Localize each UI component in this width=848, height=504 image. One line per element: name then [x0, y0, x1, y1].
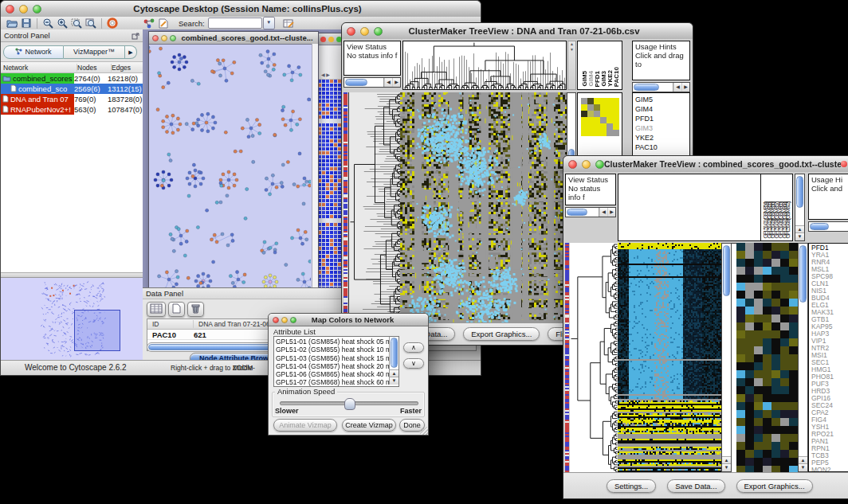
tv1-heatmap-canvas[interactable] — [400, 92, 567, 322]
tv2-heatmap-canvas[interactable] — [618, 243, 721, 472]
scroll-right-icon[interactable]: ▶ — [681, 83, 689, 92]
scroll-right-icon[interactable]: ▶ — [607, 208, 615, 217]
zoom-out-icon[interactable] — [41, 18, 55, 29]
scroll-thumb[interactable] — [723, 245, 730, 296]
zoom-window-icon[interactable] — [595, 160, 604, 169]
create-vizmap-button[interactable]: Create Vizmap — [342, 419, 396, 432]
tv1-correlation-matrix[interactable] — [581, 98, 619, 136]
zoom-window-icon[interactable] — [33, 5, 41, 14]
frame1-titlebar[interactable]: combined_scores_good.txt--cluste... — [149, 32, 318, 45]
tv2-button[interactable]: Save Data... — [667, 479, 724, 493]
tab-network[interactable]: Network — [3, 45, 64, 59]
network-list-row[interactable]: RNAPuberNov2+!563(0)107847(0) — [1, 104, 143, 115]
network-list-row[interactable]: DNA and Tran 07769(0)183728(0) — [1, 94, 143, 104]
column-header-network[interactable]: Network — [1, 64, 77, 72]
data-column-id[interactable]: ID — [147, 320, 194, 328]
close-icon[interactable] — [347, 27, 355, 36]
data-column-attr[interactable]: DNA and Tran 07-21-06... — [194, 320, 276, 328]
tab-more-button[interactable]: ▶ — [125, 45, 137, 59]
column-header-edges[interactable]: Edges — [112, 64, 143, 72]
tv1-row-dendrogram[interactable] — [348, 92, 401, 322]
move-down-button[interactable]: ∨ — [403, 358, 424, 369]
frame2-scroll-arrows[interactable]: ◀ ▶ — [321, 72, 330, 77]
tv1-resize-strip[interactable]: ▲▼ — [567, 41, 576, 90]
attribute-list-item[interactable]: GPL51-06 (GSM865) heat shock 40 min — [276, 370, 397, 378]
tv2-secondary-heatmap-canvas[interactable] — [736, 243, 798, 472]
attribute-list-item[interactable]: GPL51-01 (GSM854) heat shock 05 min — [276, 338, 397, 346]
attribute-listbox[interactable]: GPL51-01 (GSM854) heat shock 05 minGPL51… — [273, 336, 399, 387]
gene-label[interactable]: MON2 — [811, 467, 847, 472]
minimize-icon[interactable] — [19, 5, 28, 14]
tv1-usage-scrollbar[interactable]: ◀▶ — [632, 82, 690, 92]
tv2-status-scrollbar[interactable]: ◀▶ — [565, 207, 616, 217]
tv1-status-scrollbar[interactable]: ◀▶ — [344, 77, 401, 88]
network-view-canvas[interactable] — [149, 45, 311, 287]
minimize-icon[interactable] — [281, 317, 288, 323]
scroll-right-icon[interactable]: ▶ — [392, 78, 400, 87]
attribute-list-item[interactable]: GPL51-04 (GSM857) heat shock 20 min — [276, 362, 397, 370]
close-icon[interactable] — [568, 160, 577, 169]
frame1-vscrollbar[interactable] — [312, 44, 318, 288]
scroll-down-icon[interactable]: ▼ — [795, 232, 804, 240]
scroll-thumb[interactable] — [345, 79, 367, 86]
help-lifering-icon[interactable] — [105, 18, 120, 29]
zoom-window-icon[interactable] — [290, 317, 296, 323]
gene-label[interactable]: PFD1 — [635, 114, 687, 123]
attribute-list-item[interactable]: GPL51-03 (GSM856) heat shock 15 min — [276, 354, 397, 362]
tv2-button[interactable]: Export Graphics... — [736, 479, 813, 493]
tv2-heatmap-vscrollbar[interactable]: ▲ ▼ — [721, 243, 732, 472]
close-icon[interactable] — [152, 35, 159, 41]
delete-attribute-icon[interactable] — [187, 302, 204, 317]
animate-vizmap-button[interactable]: Animate Vizmap — [273, 419, 337, 432]
search-input[interactable] — [208, 18, 262, 29]
zoom-window-icon[interactable] — [374, 27, 383, 36]
column-header-nodes[interactable]: Nodes — [77, 64, 112, 72]
scroll-thumb[interactable] — [391, 338, 398, 368]
table-edit-icon[interactable] — [281, 18, 296, 29]
zoom-selected-icon[interactable] — [69, 18, 84, 29]
attribute-list-item[interactable]: GPL51-02 (GSM855) heat shock 10 min — [276, 346, 397, 354]
network-overview-canvas[interactable] — [1, 278, 141, 361]
tv1-button[interactable]: Export Graphics... — [463, 327, 540, 341]
speed-slider[interactable] — [280, 401, 418, 405]
zoom-window-icon[interactable] — [170, 35, 176, 41]
tv1-titlebar[interactable]: ClusterMaker TreeView : DNA and Tran 07-… — [342, 23, 693, 40]
gene-label[interactable]: GIM3 — [635, 123, 687, 133]
minimize-icon[interactable] — [582, 160, 591, 169]
zoom-fit-icon[interactable] — [84, 18, 98, 29]
attribute-list-item[interactable]: GPL51-07 (GSM868) heat shock 60 min — [276, 378, 397, 386]
minimize-icon[interactable] — [360, 27, 369, 36]
scroll-thumb[interactable] — [799, 245, 807, 303]
attribute-select-icon[interactable] — [147, 302, 166, 317]
close-icon[interactable] — [273, 317, 279, 323]
close-icon[interactable] — [320, 37, 326, 42]
annotation-icon[interactable] — [156, 18, 171, 29]
search-dropdown-button[interactable]: ▼ — [263, 17, 275, 29]
minimize-icon[interactable] — [161, 35, 167, 41]
gene-label[interactable]: YKE2 — [635, 133, 687, 143]
zoom-in-icon[interactable] — [55, 18, 69, 29]
tv2-row-dendrogram[interactable] — [570, 243, 618, 472]
network-list-row[interactable]: combined_sco2569(6)13112(15) — [1, 84, 143, 94]
save-icon[interactable] — [19, 18, 33, 29]
network-list-row[interactable]: combined_scores2764(0)16218(0) — [1, 73, 143, 84]
resize-grip-icon[interactable] — [420, 427, 428, 435]
slider-thumb[interactable] — [344, 398, 355, 410]
dialog-titlebar[interactable]: Map Colors to Network — [269, 314, 428, 326]
scroll-left-icon[interactable]: ◀ — [673, 83, 681, 92]
minimize-icon[interactable] — [328, 37, 334, 42]
tab-vizmapper[interactable]: VizMapper™ — [64, 45, 125, 59]
scroll-down-icon[interactable]: ▼ — [799, 463, 807, 471]
float-panel-icon[interactable] — [132, 29, 139, 43]
attribute-list-vscrollbar[interactable]: ▲ ▼ — [389, 337, 398, 385]
gene-label[interactable]: PAC10 — [635, 143, 687, 152]
main-titlebar[interactable]: Cytoscape Desktop (Session Name: collins… — [1, 1, 481, 18]
new-attribute-icon[interactable] — [168, 302, 185, 317]
gene-label[interactable]: GIM5 — [635, 95, 687, 104]
scroll-left-icon[interactable]: ◀ — [599, 208, 607, 217]
tv2-button[interactable]: Settings... — [607, 479, 656, 493]
scroll-thumb[interactable] — [567, 209, 587, 216]
tv2-titlebar[interactable]: ClusterMaker TreeView : combined_scores_… — [563, 156, 848, 173]
scroll-thumb[interactable] — [810, 223, 829, 230]
scroll-down-icon[interactable]: ▼ — [390, 377, 398, 385]
